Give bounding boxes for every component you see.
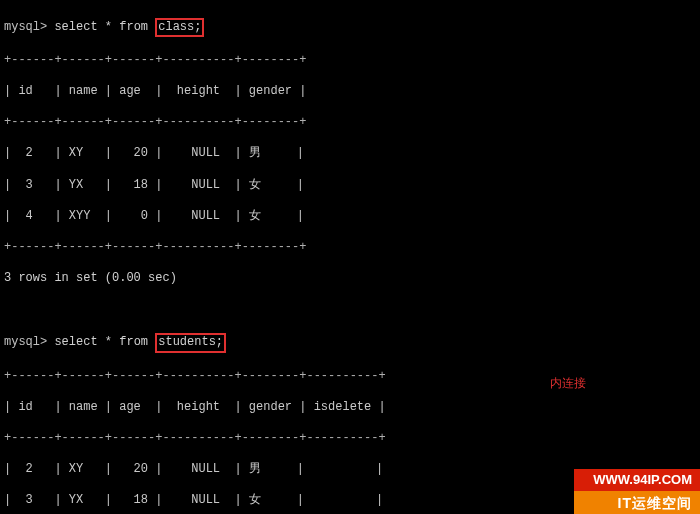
table1-sep-top: +------+------+------+----------+-------…	[4, 53, 696, 69]
highlight-students: students;	[155, 333, 226, 353]
query2-before: select * from	[47, 335, 155, 349]
table2-sep-mid: +------+------+------+----------+-------…	[4, 431, 696, 447]
mysql-prompt-2: mysql>	[4, 335, 47, 349]
blank-line-1	[4, 302, 696, 318]
highlight-class: class;	[155, 18, 204, 38]
terminal-output: mysql> select * from class; +------+----…	[0, 0, 700, 514]
inner-join-annotation: 内连接	[550, 376, 586, 392]
query-line-2: mysql> select * from students;	[4, 333, 696, 353]
watermark-url: WWW.94IP.COM	[574, 469, 700, 491]
watermark: WWW.94IP.COM IT运维空间	[574, 469, 700, 514]
query1-before: select * from	[47, 20, 155, 34]
table2-sep-top: +------+------+------+----------+-------…	[4, 369, 696, 385]
table1-summary: 3 rows in set (0.00 sec)	[4, 271, 696, 287]
table1-row-2: | 4 | XYY | 0 | NULL | 女 |	[4, 209, 696, 225]
table1-sep-bot: +------+------+------+----------+-------…	[4, 240, 696, 256]
watermark-brand: IT运维空间	[574, 491, 700, 514]
mysql-prompt: mysql>	[4, 20, 47, 34]
table1-header: | id | name | age | height | gender |	[4, 84, 696, 100]
table1-row-0: | 2 | XY | 20 | NULL | 男 |	[4, 146, 696, 162]
table1-row-1: | 3 | YX | 18 | NULL | 女 |	[4, 178, 696, 194]
table2-header: | id | name | age | height | gender | is…	[4, 400, 696, 416]
query-line-1: mysql> select * from class;	[4, 18, 696, 38]
table1-sep-mid: +------+------+------+----------+-------…	[4, 115, 696, 131]
